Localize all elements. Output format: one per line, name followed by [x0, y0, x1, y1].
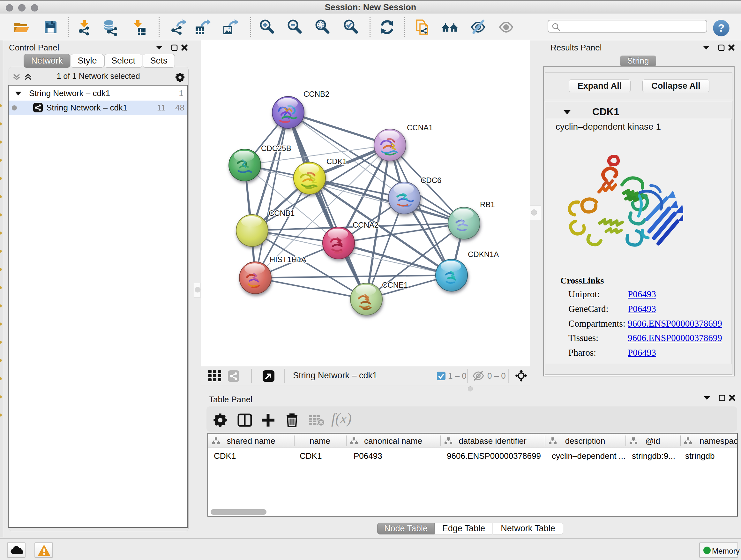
svg-text:CCNB2: CCNB2 — [304, 90, 329, 98]
svg-text:CDK1: CDK1 — [327, 157, 347, 166]
svg-text:CDC25B: CDC25B — [261, 144, 291, 152]
svg-text:CCNE1: CCNE1 — [382, 281, 408, 289]
svg-text:RB1: RB1 — [480, 200, 495, 209]
svg-text:HIST1H1A: HIST1H1A — [270, 255, 307, 264]
svg-text:CDKN1A: CDKN1A — [468, 250, 499, 259]
svg-text:CCNA2: CCNA2 — [353, 221, 379, 229]
svg-text:CCNB1: CCNB1 — [269, 209, 294, 217]
svg-text:CDC6: CDC6 — [421, 176, 441, 185]
svg-text:?: ? — [718, 22, 725, 34]
svg-text:CCNA1: CCNA1 — [407, 123, 433, 132]
